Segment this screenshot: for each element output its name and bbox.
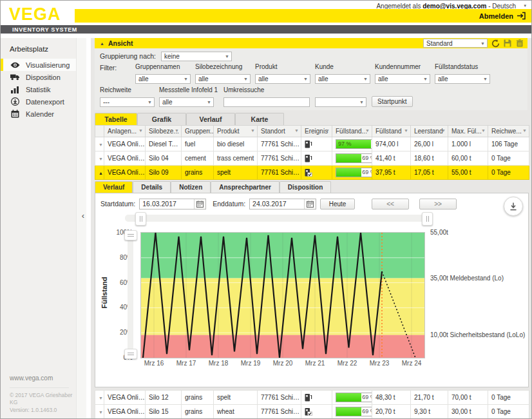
table-row[interactable]: ▼VEGA Online...Silo 15grainswheat77761 S…	[95, 405, 529, 419]
column-filter-chevron-icon[interactable]: ▼	[481, 128, 486, 133]
filter-kunde-select[interactable]: alle▼	[315, 74, 370, 84]
filter-fuellstandstatus-select[interactable]: alle▼	[435, 74, 490, 84]
reichweite-select[interactable]: ---▼	[100, 97, 155, 107]
detail-tab-details[interactable]: Details	[133, 181, 171, 193]
row-expander[interactable]: ▼	[95, 137, 104, 151]
value-handle-top[interactable]	[124, 230, 137, 240]
startpunkt-button[interactable]: Startpunkt	[372, 96, 413, 107]
cell-fuellstand: 41,40 t	[372, 151, 411, 166]
column-filter-chevron-icon[interactable]: ▼	[441, 128, 446, 133]
filter-gruppennamen-select[interactable]: alle▼	[135, 74, 191, 84]
column-filter-chevron-icon[interactable]: ▼	[251, 128, 255, 133]
umkreissuche-select[interactable]: ▼	[315, 97, 366, 107]
table-row[interactable]: ▼VEGA Online...Diesel Tankfuelbio diesel…	[95, 137, 529, 151]
cell-gruppenname: grains	[182, 391, 214, 405]
trash-icon[interactable]	[515, 39, 524, 48]
filter-silobezeichnung-select[interactable]: alle▼	[195, 74, 251, 84]
table-row[interactable]: ▼VEGA Online...Silo 04cementtrass cement…	[95, 151, 529, 166]
column-filter-chevron-icon[interactable]: ▼	[175, 128, 179, 133]
column-header-leerstand[interactable]: Leerstand▼	[411, 126, 448, 137]
tab-tabelle[interactable]: Tabelle	[95, 113, 137, 125]
column-header-ereignis[interactable]: Ereignis▼	[301, 126, 332, 137]
table-row[interactable]: ▲VEGA Online...Silo 09grainsspelt77761 S…	[95, 166, 529, 180]
tab-grafik[interactable]: Grafik	[137, 113, 186, 125]
vega-website-link[interactable]: www.vega.com	[10, 375, 69, 388]
column-header-füllstand[interactable]: Füllstand▼	[372, 126, 411, 137]
cell-silobezeichnung: Silo 15	[146, 405, 182, 419]
filter-kundennummer-select[interactable]: alle▼	[375, 74, 430, 84]
range-handle-left[interactable]	[135, 212, 146, 226]
expand-row-icon[interactable]: ▼	[99, 410, 103, 414]
range-handle-right[interactable]	[422, 212, 433, 226]
collapse-row-icon[interactable]: ▲	[99, 171, 103, 175]
calendar-icon[interactable]	[304, 199, 316, 209]
grouping-label: Gruppierung nach:	[100, 52, 156, 60]
column-header-anlagen[interactable]: Anlagen...▼	[104, 126, 146, 137]
column-header-maxfül[interactable]: Max. Fül...▼	[448, 126, 488, 137]
cell-leerstand: 26,00 l	[411, 137, 448, 151]
expand-row-icon[interactable]: ▼	[99, 157, 103, 161]
next-period-button[interactable]: >>	[419, 199, 457, 210]
header-menu-chevron-icon[interactable]: ▾	[524, 3, 526, 8]
detail-tab-notizen[interactable]: Notizen	[171, 181, 211, 193]
tab-verlauf[interactable]: Verlauf	[186, 113, 235, 125]
detail-tab-verlauf[interactable]: Verlauf	[95, 181, 133, 193]
column-header-füllstand[interactable]: Füllstand...▼	[332, 126, 372, 137]
value-handle-bottom[interactable]	[124, 349, 137, 359]
sidebar-item-datenexport[interactable]: Datenexport	[1, 95, 86, 108]
column-filter-chevron-icon[interactable]: ▼	[207, 128, 211, 133]
expand-row-icon[interactable]: ▼	[99, 142, 103, 147]
filter-produkt-select[interactable]: alle▼	[255, 74, 310, 84]
column-filter-chevron-icon[interactable]: ▼	[404, 128, 408, 133]
umkreissuche-input[interactable]	[223, 97, 310, 107]
sidebar-item-visualisierung[interactable]: Visualisierung	[1, 59, 86, 71]
ansicht-collapse-icon[interactable]: ▲	[100, 41, 104, 46]
bar-chart-icon	[10, 86, 20, 93]
refresh-icon[interactable]	[491, 39, 500, 48]
sidebar-collapse-button[interactable]: ‹	[82, 211, 84, 220]
threshold-annotation: 35,00t Meldebestand (Lo)	[430, 275, 504, 282]
row-expander[interactable]: ▼	[95, 391, 104, 405]
row-expander[interactable]: ▲	[95, 166, 104, 180]
grouping-value: keine	[164, 53, 180, 60]
expand-row-icon[interactable]: ▼	[99, 396, 103, 400]
row-expander[interactable]: ▼	[95, 405, 104, 419]
main-content: ▲ Ansicht Standard▼ Gruppierung nach: ke…	[91, 38, 531, 418]
column-filter-chevron-icon[interactable]: ▼	[294, 128, 299, 133]
messstelle-select[interactable]: alle▼	[159, 97, 214, 107]
app-subtitle-strip: INVENTORY SYSTEM	[1, 25, 531, 34]
detail-tab-disposition[interactable]: Disposition	[280, 181, 331, 193]
detail-tab-ansprechpartner[interactable]: Ansprechpartner	[211, 181, 280, 193]
column-filter-chevron-icon[interactable]: ▼	[365, 128, 370, 133]
row-expander[interactable]: ▼	[95, 151, 104, 166]
heute-button[interactable]: Heute	[320, 199, 355, 210]
column-header-gruppen[interactable]: Gruppen...▼	[182, 126, 214, 137]
column-header-produkt[interactable]: Produkt▼	[214, 126, 258, 137]
prev-period-button[interactable]: <<	[372, 199, 409, 210]
tab-karte[interactable]: Karte	[235, 113, 284, 125]
chart-download-button[interactable]	[504, 197, 523, 216]
preset-select[interactable]: Standard▼	[423, 39, 488, 48]
chevron-down-icon: ▼	[363, 77, 368, 81]
table-row[interactable]: ▼VEGA Online...Silo 12grainsspelt77761 S…	[95, 391, 529, 405]
chevron-down-icon: ▼	[480, 41, 485, 46]
chart-plot-area[interactable]	[140, 232, 425, 358]
logout-button[interactable]: Abmelden	[479, 12, 513, 20]
column-filter-chevron-icon[interactable]: ▼	[325, 128, 330, 133]
save-icon[interactable]	[503, 39, 512, 48]
sidebar-item-statistik[interactable]: Statistik	[1, 83, 86, 95]
sidebar-item-kalender[interactable]: Kalender	[1, 108, 86, 120]
column-header-standort[interactable]: Standort▼	[258, 126, 301, 137]
cell-fuellstand: 974,00 l	[372, 137, 411, 151]
calendar-icon[interactable]	[194, 199, 205, 209]
grouping-select[interactable]: keine▼	[161, 52, 232, 61]
sidebar-item-disposition[interactable]: Disposition	[1, 71, 86, 83]
column-filter-chevron-icon[interactable]: ▼	[138, 128, 143, 133]
column-header-reichwe[interactable]: Reichwe...▼	[488, 126, 529, 137]
column-header-expander[interactable]	[95, 126, 104, 137]
logout-icon[interactable]	[517, 12, 526, 21]
value-range-slider[interactable]	[128, 232, 133, 357]
column-filter-chevron-icon[interactable]: ▼	[522, 128, 527, 133]
column-header-silobeze[interactable]: Silobeze...▼	[146, 126, 182, 137]
time-range-slider[interactable]	[125, 215, 432, 222]
